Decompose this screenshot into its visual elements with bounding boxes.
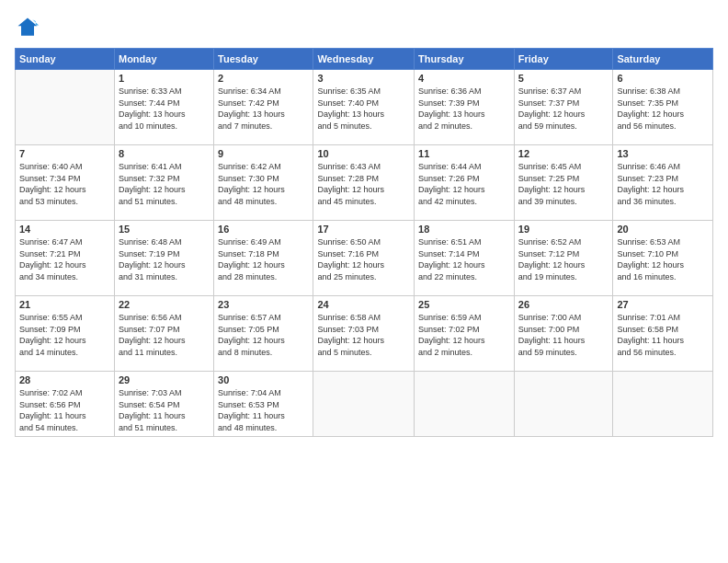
calendar-cell: 24Sunrise: 6:58 AM Sunset: 7:03 PM Dayli… — [313, 296, 415, 372]
weekday-header: Sunday — [16, 49, 115, 70]
day-detail: Sunrise: 6:56 AM Sunset: 7:07 PM Dayligh… — [119, 312, 210, 358]
calendar-cell: 22Sunrise: 6:56 AM Sunset: 7:07 PM Dayli… — [114, 296, 213, 372]
day-detail: Sunrise: 6:47 AM Sunset: 7:21 PM Dayligh… — [19, 236, 110, 282]
day-detail: Sunrise: 6:35 AM Sunset: 7:40 PM Dayligh… — [317, 86, 410, 132]
weekday-header: Friday — [514, 49, 613, 70]
day-number: 8 — [119, 148, 210, 159]
calendar-cell: 20Sunrise: 6:53 AM Sunset: 7:10 PM Dayli… — [613, 221, 713, 296]
calendar-cell: 28Sunrise: 7:02 AM Sunset: 6:56 PM Dayli… — [16, 372, 115, 437]
calendar-cell: 12Sunrise: 6:45 AM Sunset: 7:25 PM Dayli… — [514, 145, 613, 221]
day-number: 30 — [218, 374, 309, 385]
calendar-week-row: 21Sunrise: 6:55 AM Sunset: 7:09 PM Dayli… — [16, 296, 713, 372]
day-number: 13 — [617, 148, 709, 159]
day-detail: Sunrise: 6:33 AM Sunset: 7:44 PM Dayligh… — [119, 86, 210, 132]
day-number: 12 — [518, 148, 609, 159]
day-number: 26 — [518, 299, 609, 310]
day-number: 16 — [218, 224, 309, 235]
day-number: 20 — [617, 224, 709, 235]
calendar-cell — [613, 372, 713, 437]
day-number: 21 — [19, 299, 110, 310]
day-detail: Sunrise: 7:04 AM Sunset: 6:53 PM Dayligh… — [218, 387, 309, 433]
day-number: 4 — [418, 73, 510, 84]
calendar-cell: 10Sunrise: 6:43 AM Sunset: 7:28 PM Dayli… — [313, 145, 415, 221]
day-detail: Sunrise: 6:46 AM Sunset: 7:23 PM Dayligh… — [617, 161, 709, 207]
calendar-cell: 29Sunrise: 7:03 AM Sunset: 6:54 PM Dayli… — [114, 372, 213, 437]
day-number: 27 — [617, 299, 709, 310]
calendar-cell: 11Sunrise: 6:44 AM Sunset: 7:26 PM Dayli… — [415, 145, 515, 221]
calendar-cell — [16, 70, 115, 145]
day-detail: Sunrise: 6:41 AM Sunset: 7:32 PM Dayligh… — [119, 161, 210, 207]
day-detail: Sunrise: 6:52 AM Sunset: 7:12 PM Dayligh… — [518, 236, 609, 282]
day-detail: Sunrise: 6:36 AM Sunset: 7:39 PM Dayligh… — [418, 86, 510, 132]
calendar-cell: 19Sunrise: 6:52 AM Sunset: 7:12 PM Dayli… — [514, 221, 613, 296]
calendar-cell: 15Sunrise: 6:48 AM Sunset: 7:19 PM Dayli… — [114, 221, 213, 296]
day-detail: Sunrise: 6:42 AM Sunset: 7:30 PM Dayligh… — [218, 161, 309, 207]
calendar-cell: 13Sunrise: 6:46 AM Sunset: 7:23 PM Dayli… — [613, 145, 713, 221]
calendar-week-row: 28Sunrise: 7:02 AM Sunset: 6:56 PM Dayli… — [16, 372, 713, 437]
header — [15, 15, 713, 40]
calendar-cell: 1Sunrise: 6:33 AM Sunset: 7:44 PM Daylig… — [114, 70, 213, 145]
day-number: 9 — [218, 148, 309, 159]
calendar-cell: 14Sunrise: 6:47 AM Sunset: 7:21 PM Dayli… — [16, 221, 115, 296]
calendar-cell: 23Sunrise: 6:57 AM Sunset: 7:05 PM Dayli… — [214, 296, 313, 372]
calendar-cell: 3Sunrise: 6:35 AM Sunset: 7:40 PM Daylig… — [313, 70, 415, 145]
day-number: 15 — [119, 224, 210, 235]
day-detail: Sunrise: 6:59 AM Sunset: 7:02 PM Dayligh… — [418, 312, 510, 358]
day-detail: Sunrise: 6:58 AM Sunset: 7:03 PM Dayligh… — [317, 312, 410, 358]
day-number: 17 — [317, 224, 410, 235]
day-number: 28 — [19, 374, 110, 385]
calendar-cell: 25Sunrise: 6:59 AM Sunset: 7:02 PM Dayli… — [415, 296, 515, 372]
day-number: 7 — [19, 148, 110, 159]
calendar-cell: 27Sunrise: 7:01 AM Sunset: 6:58 PM Dayli… — [613, 296, 713, 372]
day-detail: Sunrise: 7:03 AM Sunset: 6:54 PM Dayligh… — [119, 387, 210, 433]
page: SundayMondayTuesdayWednesdayThursdayFrid… — [0, 0, 728, 563]
day-detail: Sunrise: 6:51 AM Sunset: 7:14 PM Dayligh… — [418, 236, 510, 282]
day-detail: Sunrise: 7:00 AM Sunset: 7:00 PM Dayligh… — [518, 312, 609, 358]
calendar-cell: 26Sunrise: 7:00 AM Sunset: 7:00 PM Dayli… — [514, 296, 613, 372]
calendar-cell — [415, 372, 515, 437]
weekday-header: Wednesday — [313, 49, 415, 70]
day-detail: Sunrise: 6:49 AM Sunset: 7:18 PM Dayligh… — [218, 236, 309, 282]
day-detail: Sunrise: 6:43 AM Sunset: 7:28 PM Dayligh… — [317, 161, 410, 207]
day-detail: Sunrise: 6:45 AM Sunset: 7:25 PM Dayligh… — [518, 161, 609, 207]
calendar-cell: 9Sunrise: 6:42 AM Sunset: 7:30 PM Daylig… — [214, 145, 313, 221]
calendar-cell: 16Sunrise: 6:49 AM Sunset: 7:18 PM Dayli… — [214, 221, 313, 296]
day-detail: Sunrise: 7:02 AM Sunset: 6:56 PM Dayligh… — [19, 387, 110, 433]
day-number: 2 — [218, 73, 309, 84]
calendar-week-row: 1Sunrise: 6:33 AM Sunset: 7:44 PM Daylig… — [16, 70, 713, 145]
day-detail: Sunrise: 6:48 AM Sunset: 7:19 PM Dayligh… — [119, 236, 210, 282]
calendar-cell: 2Sunrise: 6:34 AM Sunset: 7:42 PM Daylig… — [214, 70, 313, 145]
day-number: 25 — [418, 299, 510, 310]
day-number: 1 — [119, 73, 210, 84]
day-number: 29 — [119, 374, 210, 385]
day-number: 22 — [119, 299, 210, 310]
calendar-cell — [514, 372, 613, 437]
day-number: 11 — [418, 148, 510, 159]
day-number: 6 — [617, 73, 709, 84]
day-number: 10 — [317, 148, 410, 159]
calendar-cell: 8Sunrise: 6:41 AM Sunset: 7:32 PM Daylig… — [114, 145, 213, 221]
logo-icon — [15, 15, 40, 40]
weekday-header: Tuesday — [214, 49, 313, 70]
calendar-cell: 6Sunrise: 6:38 AM Sunset: 7:35 PM Daylig… — [613, 70, 713, 145]
day-detail: Sunrise: 6:37 AM Sunset: 7:37 PM Dayligh… — [518, 86, 609, 132]
day-detail: Sunrise: 6:55 AM Sunset: 7:09 PM Dayligh… — [19, 312, 110, 358]
day-detail: Sunrise: 6:38 AM Sunset: 7:35 PM Dayligh… — [617, 86, 709, 132]
day-detail: Sunrise: 6:57 AM Sunset: 7:05 PM Dayligh… — [218, 312, 309, 358]
calendar-cell: 18Sunrise: 6:51 AM Sunset: 7:14 PM Dayli… — [415, 221, 515, 296]
calendar-cell: 5Sunrise: 6:37 AM Sunset: 7:37 PM Daylig… — [514, 70, 613, 145]
day-number: 24 — [317, 299, 410, 310]
logo — [15, 15, 44, 40]
calendar-cell: 7Sunrise: 6:40 AM Sunset: 7:34 PM Daylig… — [16, 145, 115, 221]
day-detail: Sunrise: 7:01 AM Sunset: 6:58 PM Dayligh… — [617, 312, 709, 358]
calendar: SundayMondayTuesdayWednesdayThursdayFrid… — [15, 48, 713, 437]
calendar-cell — [313, 372, 415, 437]
day-number: 19 — [518, 224, 609, 235]
day-detail: Sunrise: 6:34 AM Sunset: 7:42 PM Dayligh… — [218, 86, 309, 132]
day-number: 3 — [317, 73, 410, 84]
calendar-cell: 21Sunrise: 6:55 AM Sunset: 7:09 PM Dayli… — [16, 296, 115, 372]
calendar-cell: 17Sunrise: 6:50 AM Sunset: 7:16 PM Dayli… — [313, 221, 415, 296]
weekday-header: Monday — [114, 49, 213, 70]
day-detail: Sunrise: 6:50 AM Sunset: 7:16 PM Dayligh… — [317, 236, 410, 282]
calendar-cell: 4Sunrise: 6:36 AM Sunset: 7:39 PM Daylig… — [415, 70, 515, 145]
